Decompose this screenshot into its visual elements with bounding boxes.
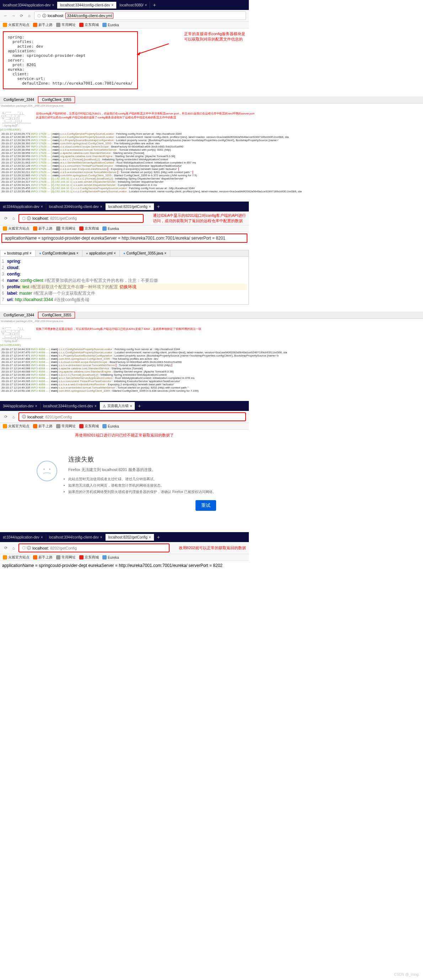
bookmark-label: 常用网址: [62, 555, 76, 560]
bookmark-item[interactable]: 新手上路: [33, 555, 52, 560]
browser-tab[interactable]: localhost:3344/config-client-dev ×: [41, 403, 100, 409]
log-line: 20-10-17 12:14:48.169 INFO 4088 --- [ ma…: [2, 376, 421, 380]
annotation-console: 启动config客户端的时候，注意运行时端口也为8021，但是我们在config…: [32, 108, 258, 128]
new-tab-button[interactable]: +: [154, 204, 163, 209]
warning-icon: ⚠: [103, 404, 106, 408]
bookmark-item[interactable]: Eureka: [102, 226, 119, 231]
browser-tab[interactable]: st:3344/application-dev ×: [0, 203, 46, 210]
bookmark-item[interactable]: 新手上路: [33, 226, 52, 231]
bookmark-item[interactable]: 常用网址: [56, 555, 76, 560]
bookmark-item[interactable]: Eureka: [102, 23, 119, 27]
close-icon[interactable]: ×: [145, 3, 147, 7]
browser-tab[interactable]: st:3344/application-dev ×: [0, 534, 46, 541]
editor-tab[interactable]: ● application.yml ×: [83, 250, 120, 256]
response-body: applicationName = springcould-provider-d…: [0, 561, 249, 570]
ide-run-tabs: ConfigServer_3344 ConfigClient_3355: [0, 312, 423, 319]
file-icon: ●: [4, 251, 6, 255]
bookmark-icon: [33, 424, 37, 428]
editor-tab[interactable]: ● ConfigController.java ×: [35, 250, 83, 256]
error-bullet: 此站点暂时无法使用或者太过忙碌。请过几分钟后再试。: [68, 477, 216, 482]
bookmark-item[interactable]: 火狐官方站点: [3, 22, 30, 27]
bookmark-item[interactable]: 常用网址: [56, 22, 76, 27]
bookmark-item[interactable]: 新手上路: [33, 22, 52, 27]
run-tab-client[interactable]: ConfigClient_3355: [38, 96, 75, 103]
close-icon[interactable]: ×: [95, 404, 97, 408]
run-tab-client[interactable]: ConfigClient_3355: [38, 312, 75, 318]
home-icon[interactable]: ⌂: [26, 13, 32, 19]
url-bar[interactable]: ⬡ ⓘ localhost:8202/getConfig: [19, 544, 170, 552]
browser-tab[interactable]: localhost:3344/config-client-dev ×: [46, 203, 106, 210]
reload-icon[interactable]: ⟳: [3, 215, 8, 221]
log-line: 20-10-17 12:20:32.126 INFO 17928 --- [ m…: [2, 164, 421, 167]
close-icon[interactable]: ×: [35, 404, 37, 408]
browser-tab[interactable]: localhost:8202/getConfig ×: [106, 534, 154, 541]
svg-point-3: [49, 468, 51, 470]
bookmark-item[interactable]: Eureka: [102, 424, 119, 428]
editor-tab[interactable]: ● bootstrap.yml ×: [0, 250, 35, 256]
bookmark-icon: [79, 226, 84, 231]
browser-tab[interactable]: localhost:3344/config-client-dev ×: [57, 2, 117, 8]
reload-icon[interactable]: ⟳: [3, 414, 8, 420]
code-line: uri: http://localhost:3344 #连接config服务端: [7, 296, 247, 303]
editor-tab[interactable]: ● ConfigClient_3355.java ×: [120, 250, 170, 256]
browser-tab[interactable]: localhost:8080/ ×: [117, 2, 150, 8]
bookmark-item[interactable]: 京东商城: [79, 22, 99, 27]
url-bar[interactable]: ⬡ ⓘ localhost:8201/getConfig: [19, 214, 144, 223]
reload-icon[interactable]: ⟳: [19, 13, 24, 19]
home-icon[interactable]: ⌂: [11, 414, 16, 420]
browser-tab[interactable]: ⚠ 页面载入出错 ×: [100, 402, 135, 410]
close-icon[interactable]: ×: [111, 3, 113, 7]
close-icon[interactable]: ×: [149, 205, 151, 208]
browser-tab[interactable]: 344/application-dev ×: [0, 403, 41, 409]
log-line: 20-10-17 12:14:49.335 INFO 4088 --- [ ma…: [2, 386, 421, 389]
bookmark-item[interactable]: 京东商城: [79, 555, 99, 560]
bookmark-item[interactable]: 火狐官方站点: [3, 424, 30, 429]
close-icon[interactable]: ×: [130, 404, 132, 408]
browser-tabs: 344/application-dev ×localhost:3344/conf…: [0, 401, 249, 411]
ide-run-tabs: ConfigServer_3344 ConfigClient_3355: [0, 96, 423, 103]
forward-icon[interactable]: →: [11, 13, 16, 19]
browser-tab[interactable]: localhost:3344/config-client-dev ×: [46, 534, 106, 541]
close-icon[interactable]: ×: [41, 535, 43, 539]
bookmark-item[interactable]: 常用网址: [56, 226, 76, 231]
log-line: 20-10-17 12:20:39.050 INFO 17928 --- [ m…: [2, 158, 421, 161]
code-editor[interactable]: 1234567 spring: cloud: config: name: con…: [0, 257, 248, 304]
bookmarks-bar: 火狐官方站点新手上路常用网址京东商城Eureka: [0, 225, 249, 232]
bookmark-item[interactable]: 常用网址: [56, 424, 76, 429]
bookmark-item[interactable]: 京东商城: [79, 424, 99, 429]
new-tab-button[interactable]: +: [135, 403, 144, 409]
close-icon[interactable]: ×: [149, 535, 151, 539]
log-line: 20-10-17 12:20:34.317 INFO 17928 --- [2]…: [2, 180, 421, 183]
console-output: 20-10-17 12:20:29.773 INFO 17928 --- [ m…: [0, 131, 423, 194]
log-line: 20-10-17 12:20:38.956 INFO 17928 --- [ m…: [2, 148, 421, 151]
close-icon[interactable]: ×: [100, 535, 102, 539]
run-tab-server[interactable]: ConfigServer_3344: [0, 96, 38, 103]
home-icon[interactable]: ⌂: [11, 215, 16, 221]
bookmark-item[interactable]: 火狐官方站点: [3, 555, 30, 560]
home-icon[interactable]: ⌂: [11, 545, 16, 551]
bookmark-item[interactable]: Eureka: [102, 555, 119, 560]
retry-button[interactable]: 重试: [196, 500, 216, 511]
browser-tabs: st:3344/application-dev ×localhost:3344/…: [0, 202, 249, 212]
url-path: 8201/getConfig: [45, 415, 72, 419]
back-icon[interactable]: ←: [3, 13, 8, 19]
close-icon[interactable]: ×: [41, 205, 43, 208]
bookmark-label: 新手上路: [38, 555, 52, 560]
bookmark-item[interactable]: 新手上路: [33, 424, 52, 429]
url-bar[interactable]: ⬡ ⓘ localhost:3344/config-client-dev.yml: [34, 11, 246, 20]
bookmark-item[interactable]: 火狐官方站点: [3, 226, 30, 231]
tab-label: localhost:8201/getConfig: [108, 205, 148, 208]
bookmark-icon: [56, 226, 60, 231]
url-bar[interactable]: ⓘ localhost:8201/getConfig: [19, 412, 246, 421]
bookmark-item[interactable]: 京东商城: [79, 226, 99, 231]
browser-tab[interactable]: localhost:8201/getConfig ×: [106, 203, 154, 210]
new-tab-button[interactable]: +: [150, 2, 159, 8]
reload-icon[interactable]: ⟳: [3, 545, 8, 551]
browser-tab[interactable]: localhost:3344/application-dev ×: [0, 2, 57, 8]
run-tab-server[interactable]: ConfigServer_3344: [0, 312, 38, 318]
log-line: 20-10-17 12:14:50.136 INFO 4088 --- [ ma…: [2, 389, 421, 393]
log-line: 20-10-17 12:14:47.470 INFO 4088 --- [ ma…: [2, 351, 421, 354]
close-icon[interactable]: ×: [100, 205, 102, 208]
close-icon[interactable]: ×: [52, 3, 54, 7]
new-tab-button[interactable]: +: [154, 534, 163, 540]
